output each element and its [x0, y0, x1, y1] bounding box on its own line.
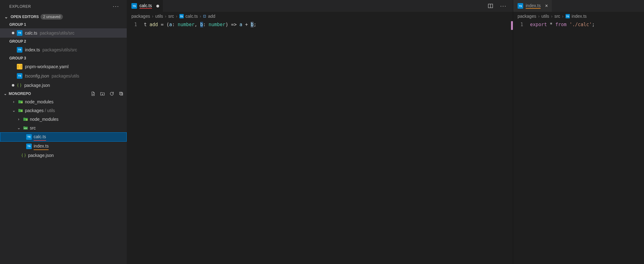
file-name: calc.ts	[25, 30, 37, 36]
editor-pane-1: TS calc.ts ··· packages› utils› src› TS …	[127, 0, 513, 264]
tree-label: node_modules	[30, 116, 59, 123]
explorer-sidebar: EXPLORER ··· ⌄ OPEN EDITORS 2 unsaved GR…	[0, 0, 127, 264]
tree-label: package.json	[28, 152, 54, 159]
symbol-icon: ⊡	[203, 14, 206, 18]
new-file-icon[interactable]	[91, 91, 96, 96]
workspace-header[interactable]: ⌄ MONOREPO	[0, 90, 127, 97]
workspace-label: MONOREPO	[9, 92, 31, 96]
code-line[interactable]: t add = (a: number, b: number) => a + b;	[144, 21, 256, 28]
tree-label: node_modules	[25, 98, 54, 105]
breadcrumb-item[interactable]: packages	[518, 14, 536, 19]
folder-icon	[18, 108, 23, 113]
new-folder-icon[interactable]	[100, 91, 105, 96]
ts-file-icon: TS	[518, 3, 523, 9]
tree-item-calc-ts[interactable]: TS calc.ts	[0, 132, 127, 142]
chevron-down-icon: ⌄	[16, 125, 21, 131]
ts-file-icon: TS	[17, 30, 22, 36]
code-area-1[interactable]: 1 t add = (a: number, b: number) => a + …	[127, 21, 513, 28]
tree-item-packages[interactable]: ⌄ packages / utils	[0, 106, 127, 115]
chevron-right-icon: ›	[11, 98, 16, 105]
code-area-2[interactable]: 1 export * from './calc';	[513, 21, 644, 28]
explorer-header: EXPLORER ···	[0, 0, 127, 13]
tree-label: calc.ts	[34, 133, 46, 141]
line-number: 1	[127, 21, 144, 28]
json-file-icon	[17, 83, 22, 88]
tree-label: index.ts	[34, 143, 49, 150]
folder-icon	[18, 100, 23, 104]
tab-index-ts[interactable]: TS index.ts ×	[513, 0, 552, 12]
file-name: pnpm-workspace.yaml	[25, 63, 69, 70]
ts-file-icon: TS	[17, 47, 22, 53]
chevron-right-icon: ›	[16, 116, 21, 123]
tab-bar-1: TS calc.ts ···	[127, 0, 513, 12]
tab-actions-1: ···	[483, 3, 513, 9]
tree-item-package-json[interactable]: package.json	[0, 151, 127, 160]
breadcrumb-item[interactable]: utils	[155, 14, 163, 19]
refresh-icon[interactable]	[109, 91, 114, 96]
ts-file-icon: TS	[131, 3, 137, 9]
file-path: packages/utils	[52, 73, 79, 79]
ts-file-icon: TS	[26, 144, 32, 149]
tree-item-node-modules[interactable]: › node_modules	[0, 97, 127, 106]
tab-bar-2: TS index.ts ×	[513, 0, 644, 12]
breadcrumb-item[interactable]: add	[208, 14, 215, 19]
tab-label: calc.ts	[140, 3, 152, 9]
split-editor-icon[interactable]	[488, 3, 493, 9]
svg-point-1	[21, 101, 23, 103]
dirty-indicator-icon	[12, 32, 14, 34]
file-path: packages/utils/src	[42, 46, 77, 53]
open-editors-label: OPEN EDITORS	[11, 15, 39, 19]
svg-point-3	[26, 119, 28, 121]
file-name: index.ts	[25, 46, 40, 53]
breadcrumb-2[interactable]: packages› utils› src› TS index.ts	[513, 12, 644, 21]
chevron-down-icon: ⌄	[4, 92, 7, 96]
editor-group-1-label: GROUP 1	[0, 21, 127, 28]
ts-file-icon: TS	[179, 14, 184, 18]
tree-label: src	[30, 125, 36, 131]
open-editors-header[interactable]: ⌄ OPEN EDITORS 2 unsaved	[0, 13, 127, 21]
tab-calc-ts[interactable]: TS calc.ts	[127, 0, 163, 12]
json-file-icon	[21, 153, 26, 158]
code-line[interactable]: export * from './calc';	[530, 21, 595, 28]
explorer-title: EXPLORER	[9, 4, 31, 9]
file-name: tsconfig.json	[25, 73, 49, 79]
breadcrumb-item[interactable]: utils	[542, 14, 549, 19]
breadcrumb-item[interactable]: index.ts	[572, 14, 587, 19]
tree-item-src[interactable]: ⌄ </> src	[0, 124, 127, 132]
tree-item-index-ts[interactable]: TS index.ts	[0, 142, 127, 151]
open-editor-index[interactable]: TS index.ts packages/utils/src	[0, 45, 127, 54]
breadcrumb-item[interactable]: src	[168, 14, 174, 19]
svg-rect-2	[21, 110, 22, 112]
editors-container: TS calc.ts ··· packages› utils› src› TS …	[127, 0, 644, 264]
chevron-down-icon: ⌄	[11, 107, 16, 114]
open-editor-calc[interactable]: TS calc.ts packages/utils/src	[0, 28, 127, 38]
yaml-file-icon: ⋮⋮	[17, 64, 22, 69]
editor-group-3-label: GROUP 3	[0, 54, 127, 62]
line-number: 1	[513, 21, 530, 28]
minimap[interactable]	[507, 12, 513, 31]
tree-label: packages / utils	[25, 107, 55, 114]
open-editor-tsconfig[interactable]: tsconfig.json packages/utils	[0, 71, 127, 81]
tab-more-icon[interactable]: ···	[498, 3, 509, 9]
dirty-indicator-icon	[156, 5, 159, 7]
dirty-indicator-icon	[12, 84, 14, 87]
close-icon[interactable]: ×	[545, 3, 548, 9]
breadcrumb-1[interactable]: packages› utils› src› TS calc.ts› ⊡ add	[127, 12, 513, 21]
minimap-slider[interactable]	[511, 21, 513, 30]
tsconfig-file-icon	[17, 73, 22, 79]
ts-file-icon: TS	[26, 134, 32, 140]
folder-icon: </>	[23, 126, 28, 130]
open-editor-package[interactable]: package.json	[0, 81, 127, 90]
breadcrumb-item[interactable]: packages	[131, 14, 150, 19]
breadcrumb-item[interactable]: calc.ts	[186, 14, 198, 19]
editor-pane-2: TS index.ts × packages› utils› src› TS i…	[513, 0, 644, 264]
tab-label: index.ts	[526, 3, 541, 9]
explorer-more-icon[interactable]: ···	[111, 3, 121, 10]
open-editor-pnpm[interactable]: ⋮⋮ pnpm-workspace.yaml	[0, 62, 127, 71]
collapse-all-icon[interactable]	[119, 91, 124, 96]
chevron-down-icon: ⌄	[4, 14, 9, 19]
unsaved-badge: 2 unsaved	[40, 14, 63, 20]
tree-item-node-modules-inner[interactable]: › node_modules	[0, 115, 127, 124]
breadcrumb-item[interactable]: src	[554, 14, 560, 19]
folder-icon	[23, 117, 28, 121]
